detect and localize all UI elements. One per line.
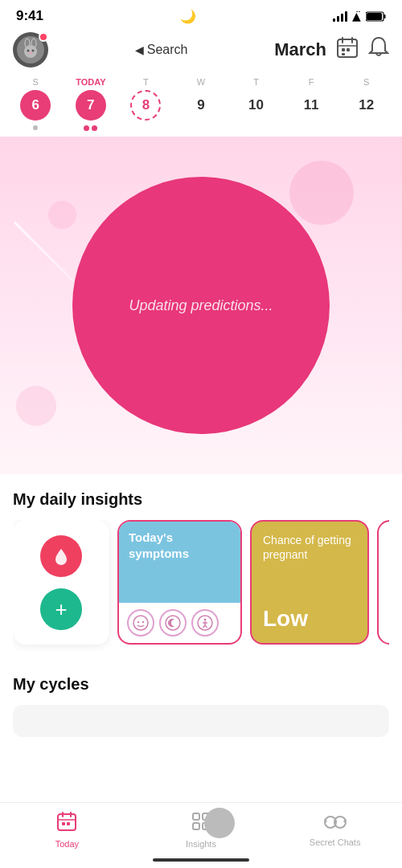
nav-secret-chats-label: Secret Chats: [310, 837, 361, 847]
avatar-wrap[interactable]: [13, 32, 48, 68]
nav-secret-chats-icon: [324, 813, 347, 835]
cal-day-num-11[interactable]: 11: [296, 90, 326, 121]
cal-day-6[interactable]: S 6: [13, 77, 58, 132]
svg-point-6: [24, 45, 37, 58]
add-log-card[interactable]: +: [13, 520, 109, 645]
signal-bar-1: [333, 18, 335, 22]
wifi-icon: ▲̈: [352, 10, 361, 23]
calendar-week: S 6 TODAY 7 T 8 W 9 T 10 F 11 S 12: [0, 74, 402, 132]
status-time: 9:41: [16, 8, 43, 24]
cal-day-label-w: W: [197, 77, 205, 87]
svg-point-17: [133, 616, 148, 630]
svg-rect-15: [347, 48, 350, 51]
signal-bars: [333, 10, 347, 22]
card-icon-teal[interactable]: +: [40, 588, 82, 630]
calendar-icon-button[interactable]: [336, 36, 359, 63]
svg-point-8: [32, 50, 35, 52]
cal-day-num-7[interactable]: 7: [76, 90, 106, 121]
main-circle[interactable]: Updating predictions...: [72, 177, 330, 434]
svg-line-26: [205, 625, 207, 628]
cal-day-num-8[interactable]: 8: [130, 90, 161, 121]
status-bar: 9:41 🌙 ▲̈: [0, 0, 402, 29]
exercise-icon: [197, 615, 213, 631]
cal-day-8[interactable]: T 8: [123, 77, 168, 132]
moon-symptom-icon: [165, 615, 181, 631]
signal-bar-3: [341, 14, 343, 22]
glasses-icon: [324, 813, 347, 830]
dot-red-1: [84, 125, 89, 131]
dot-red-2: [92, 125, 97, 131]
calendar-icon: [336, 36, 359, 59]
signal-bar-2: [337, 16, 339, 22]
svg-rect-2: [384, 14, 386, 18]
cal-day-num-6[interactable]: 6: [20, 90, 51, 121]
cal-day-12[interactable]: S 12: [344, 77, 389, 132]
dot-gray: [33, 125, 38, 130]
svg-rect-35: [193, 823, 199, 829]
notification-bell-button[interactable]: [368, 36, 389, 63]
record-button[interactable]: [204, 808, 235, 838]
symptoms-card-body: [119, 603, 240, 643]
month-controls: March: [274, 36, 389, 63]
cal-day-11[interactable]: F 11: [289, 77, 334, 132]
partial-card[interactable]: R a S y: [377, 520, 389, 645]
cycles-preview-bar: [13, 705, 389, 737]
cal-day-label-t1: T: [143, 77, 149, 87]
main-circle-area[interactable]: Updating predictions...: [0, 137, 402, 474]
cal-day-9[interactable]: W 9: [178, 77, 224, 132]
svg-rect-1: [367, 13, 382, 20]
nav-today[interactable]: Today: [35, 811, 99, 849]
svg-rect-31: [62, 822, 65, 825]
search-label: Search: [147, 43, 188, 57]
svg-rect-27: [58, 814, 76, 830]
cal-day-num-10[interactable]: 10: [241, 90, 272, 121]
insights-section: My daily insights + Today's symptoms: [0, 474, 402, 659]
symptom-icon-1[interactable]: [127, 609, 154, 637]
cal-day-7[interactable]: TODAY 7: [68, 77, 113, 132]
svg-rect-14: [342, 48, 345, 51]
cal-day-label-s2: S: [363, 77, 369, 87]
cards-row[interactable]: + Today's symptoms: [13, 520, 389, 651]
cal-day-indicators-7: [84, 124, 97, 132]
symptom-icon-3[interactable]: [191, 609, 219, 637]
bell-icon: [368, 36, 389, 59]
svg-point-22: [204, 619, 207, 621]
nav-secret-chats[interactable]: Secret Chats: [303, 813, 367, 847]
symptoms-card-header: Today's symptoms: [119, 522, 240, 603]
cal-day-label-t2: T: [253, 77, 259, 87]
add-plus-icon: +: [55, 599, 67, 620]
cal-day-indicators-6: [33, 124, 38, 132]
avatar-notification-dot: [39, 32, 48, 42]
signal-bar-4: [345, 11, 347, 22]
pregnancy-chance-value: Low: [263, 606, 356, 632]
svg-rect-32: [67, 822, 70, 825]
symptoms-card[interactable]: Today's symptoms: [117, 520, 242, 645]
moon-icon: 🌙: [180, 9, 196, 24]
home-indicator: [153, 858, 249, 862]
cycles-section: My cycles: [0, 659, 402, 745]
battery-icon: [366, 11, 386, 22]
calendar-nav-icon: [56, 811, 77, 832]
cal-day-num-9[interactable]: 9: [186, 90, 216, 121]
cal-day-10[interactable]: T 10: [234, 77, 279, 132]
cal-day-num-12[interactable]: 12: [351, 90, 382, 121]
svg-rect-33: [193, 813, 199, 820]
insights-title: My daily insights: [13, 490, 389, 509]
symptoms-card-title: Today's symptoms: [129, 530, 231, 561]
nav-insights[interactable]: Insights: [169, 811, 233, 849]
svg-point-19: [142, 621, 144, 623]
bg-blob-1: [289, 161, 354, 225]
main-circle-text: Updating predictions...: [129, 297, 273, 314]
card-icon-red[interactable]: [40, 535, 82, 577]
header-nav: ◀ Search March: [0, 29, 402, 74]
svg-point-20: [166, 616, 180, 630]
back-search-button[interactable]: ◀ Search: [135, 43, 188, 57]
symptom-icon-2[interactable]: [159, 609, 187, 637]
pregnancy-chance-label: Chance of getting pregnant: [263, 533, 356, 562]
pregnancy-chance-card[interactable]: Chance of getting pregnant Low: [250, 520, 369, 645]
cal-day-label-today: TODAY: [76, 77, 105, 87]
face-icon: [133, 615, 149, 631]
svg-rect-16: [342, 53, 345, 55]
svg-point-7: [27, 50, 30, 52]
nav-today-label: Today: [55, 839, 79, 849]
